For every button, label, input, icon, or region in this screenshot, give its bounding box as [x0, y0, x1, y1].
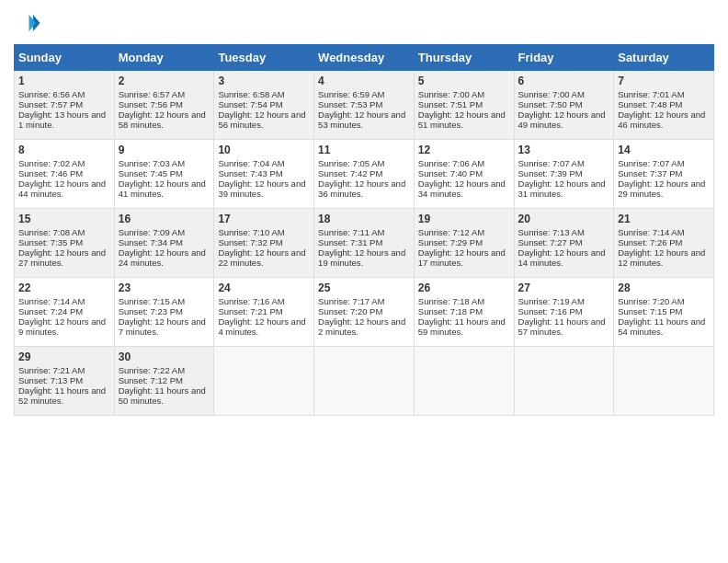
daylight-text: Daylight: 12 hours and 7 minutes.	[119, 316, 206, 337]
calendar-body: 1Sunrise: 6:56 AMSunset: 7:57 PMDaylight…	[15, 71, 714, 416]
table-row: 13Sunrise: 7:07 AMSunset: 7:39 PMDayligh…	[514, 140, 614, 209]
table-row: 23Sunrise: 7:15 AMSunset: 7:23 PMDayligh…	[114, 278, 214, 347]
daylight-text: Daylight: 12 hours and 4 minutes.	[218, 316, 305, 337]
calendar-week-1: 1Sunrise: 6:56 AMSunset: 7:57 PMDaylight…	[15, 71, 714, 140]
daylight-text: Daylight: 12 hours and 36 minutes.	[318, 178, 405, 199]
daylight-text: Daylight: 11 hours and 52 minutes.	[18, 385, 106, 406]
sunrise-text: Sunrise: 7:15 AM	[119, 296, 185, 306]
sunset-text: Sunset: 7:32 PM	[218, 237, 282, 247]
sunset-text: Sunset: 7:13 PM	[18, 375, 83, 385]
sunset-text: Sunset: 7:21 PM	[218, 306, 282, 316]
daylight-text: Daylight: 12 hours and 39 minutes.	[218, 178, 305, 199]
daylight-text: Daylight: 12 hours and 27 minutes.	[18, 247, 106, 268]
sunset-text: Sunset: 7:51 PM	[418, 99, 483, 109]
sunrise-text: Sunrise: 7:14 AM	[618, 227, 684, 237]
sunrise-text: Sunrise: 7:05 AM	[318, 158, 384, 168]
daylight-text: Daylight: 12 hours and 31 minutes.	[518, 178, 606, 199]
day-number: 12	[418, 144, 510, 156]
daylight-text: Daylight: 12 hours and 22 minutes.	[218, 247, 305, 268]
sunrise-text: Sunrise: 7:17 AM	[318, 296, 384, 306]
calendar-container: SundayMondayTuesdayWednesdayThursdayFrid…	[0, 0, 728, 425]
sunset-text: Sunset: 7:31 PM	[318, 237, 382, 247]
calendar-table: SundayMondayTuesdayWednesdayThursdayFrid…	[14, 44, 714, 416]
table-row: 3Sunrise: 6:58 AMSunset: 7:54 PMDaylight…	[214, 71, 314, 140]
sunrise-text: Sunrise: 7:03 AM	[119, 158, 185, 168]
day-number: 17	[218, 213, 310, 225]
header-row-days: SundayMondayTuesdayWednesdayThursdayFrid…	[15, 45, 714, 71]
sunrise-text: Sunrise: 6:59 AM	[318, 89, 384, 99]
sunset-text: Sunset: 7:53 PM	[318, 99, 382, 109]
day-number: 4	[318, 75, 410, 87]
sunrise-text: Sunrise: 7:16 AM	[218, 296, 284, 306]
day-number: 6	[518, 75, 610, 87]
sunrise-text: Sunrise: 7:11 AM	[318, 227, 384, 237]
sunrise-text: Sunrise: 7:19 AM	[518, 296, 585, 306]
table-row: 30Sunrise: 7:22 AMSunset: 7:12 PMDayligh…	[114, 347, 214, 416]
sunset-text: Sunset: 7:18 PM	[418, 306, 483, 316]
header-day-monday: Monday	[114, 45, 214, 71]
table-row: 14Sunrise: 7:07 AMSunset: 7:37 PMDayligh…	[614, 140, 714, 209]
sunset-text: Sunset: 7:35 PM	[18, 237, 83, 247]
day-number: 22	[18, 282, 110, 294]
daylight-text: Daylight: 12 hours and 29 minutes.	[618, 178, 705, 199]
sunset-text: Sunset: 7:40 PM	[418, 168, 483, 178]
calendar-week-5: 29Sunrise: 7:21 AMSunset: 7:13 PMDayligh…	[15, 347, 714, 416]
table-row: 11Sunrise: 7:05 AMSunset: 7:42 PMDayligh…	[314, 140, 415, 209]
daylight-text: Daylight: 12 hours and 9 minutes.	[18, 316, 106, 337]
table-row: 19Sunrise: 7:12 AMSunset: 7:29 PMDayligh…	[414, 209, 514, 278]
day-number: 16	[119, 213, 210, 225]
sunset-text: Sunset: 7:39 PM	[518, 168, 583, 178]
sunset-text: Sunset: 7:56 PM	[119, 99, 183, 109]
sunrise-text: Sunrise: 7:00 AM	[418, 89, 484, 99]
table-row	[214, 347, 314, 416]
table-row	[514, 347, 614, 416]
sunrise-text: Sunrise: 7:08 AM	[18, 227, 85, 237]
day-number: 3	[218, 75, 310, 87]
logo	[14, 9, 45, 37]
daylight-text: Daylight: 12 hours and 56 minutes.	[218, 109, 305, 130]
header-day-sunday: Sunday	[15, 45, 115, 71]
sunset-text: Sunset: 7:12 PM	[119, 375, 183, 385]
sunrise-text: Sunrise: 7:09 AM	[119, 227, 185, 237]
day-number: 20	[518, 213, 610, 225]
table-row: 5Sunrise: 7:00 AMSunset: 7:51 PMDaylight…	[414, 71, 514, 140]
sunset-text: Sunset: 7:23 PM	[119, 306, 183, 316]
day-number: 9	[119, 144, 210, 156]
sunset-text: Sunset: 7:54 PM	[218, 99, 282, 109]
table-row: 29Sunrise: 7:21 AMSunset: 7:13 PMDayligh…	[15, 347, 115, 416]
sunset-text: Sunset: 7:42 PM	[318, 168, 382, 178]
sunrise-text: Sunrise: 7:07 AM	[618, 158, 684, 168]
calendar-header: SundayMondayTuesdayWednesdayThursdayFrid…	[15, 45, 714, 71]
daylight-text: Daylight: 12 hours and 46 minutes.	[618, 109, 705, 130]
logo-icon	[14, 9, 41, 37]
sunrise-text: Sunrise: 7:10 AM	[218, 227, 284, 237]
daylight-text: Daylight: 11 hours and 54 minutes.	[618, 316, 705, 337]
table-row: 20Sunrise: 7:13 AMSunset: 7:27 PMDayligh…	[514, 209, 614, 278]
sunrise-text: Sunrise: 6:57 AM	[119, 89, 185, 99]
sunset-text: Sunset: 7:37 PM	[618, 168, 682, 178]
table-row: 25Sunrise: 7:17 AMSunset: 7:20 PMDayligh…	[314, 278, 415, 347]
sunrise-text: Sunrise: 7:00 AM	[518, 89, 585, 99]
daylight-text: Daylight: 12 hours and 58 minutes.	[119, 109, 206, 130]
daylight-text: Daylight: 12 hours and 51 minutes.	[418, 109, 506, 130]
daylight-text: Daylight: 12 hours and 12 minutes.	[618, 247, 705, 268]
daylight-text: Daylight: 11 hours and 50 minutes.	[119, 385, 206, 406]
table-row: 26Sunrise: 7:18 AMSunset: 7:18 PMDayligh…	[414, 278, 514, 347]
header-day-tuesday: Tuesday	[214, 45, 314, 71]
daylight-text: Daylight: 11 hours and 57 minutes.	[518, 316, 606, 337]
sunrise-text: Sunrise: 7:04 AM	[218, 158, 284, 168]
sunrise-text: Sunrise: 6:58 AM	[218, 89, 284, 99]
day-number: 23	[119, 282, 210, 294]
daylight-text: Daylight: 12 hours and 49 minutes.	[518, 109, 606, 130]
sunset-text: Sunset: 7:46 PM	[18, 168, 83, 178]
sunrise-text: Sunrise: 7:13 AM	[518, 227, 585, 237]
sunrise-text: Sunrise: 6:56 AM	[18, 89, 85, 99]
calendar-week-4: 22Sunrise: 7:14 AMSunset: 7:24 PMDayligh…	[15, 278, 714, 347]
table-row: 1Sunrise: 6:56 AMSunset: 7:57 PMDaylight…	[15, 71, 115, 140]
daylight-text: Daylight: 12 hours and 44 minutes.	[18, 178, 106, 199]
table-row: 16Sunrise: 7:09 AMSunset: 7:34 PMDayligh…	[114, 209, 214, 278]
sunset-text: Sunset: 7:43 PM	[218, 168, 282, 178]
sunrise-text: Sunrise: 7:22 AM	[119, 365, 185, 375]
table-row: 18Sunrise: 7:11 AMSunset: 7:31 PMDayligh…	[314, 209, 415, 278]
sunrise-text: Sunrise: 7:07 AM	[518, 158, 585, 168]
